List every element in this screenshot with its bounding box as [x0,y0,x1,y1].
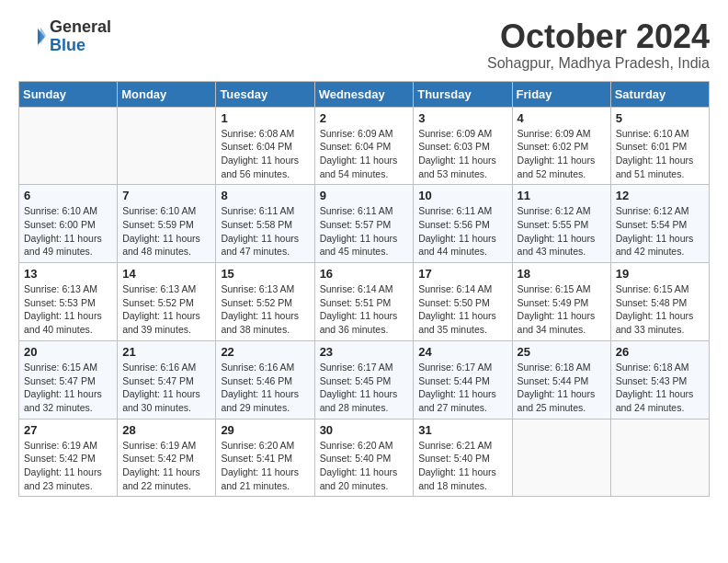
day-info: Sunrise: 6:17 AM Sunset: 5:45 PM Dayligh… [320,361,409,415]
day-info: Sunrise: 6:21 AM Sunset: 5:40 PM Dayligh… [418,439,506,493]
title-block: October 2024 Sohagpur, Madhya Pradesh, I… [487,18,710,72]
day-info: Sunrise: 6:16 AM Sunset: 5:46 PM Dayligh… [221,361,309,415]
day-info: Sunrise: 6:18 AM Sunset: 5:44 PM Dayligh… [518,361,606,415]
day-info: Sunrise: 6:15 AM Sunset: 5:48 PM Dayligh… [616,282,704,337]
day-number: 8 [221,189,309,202]
day-number: 14 [122,267,210,281]
calendar-cell: 10Sunrise: 6:11 AM Sunset: 5:56 PM Dayli… [414,185,512,263]
day-info: Sunrise: 6:13 AM Sunset: 5:52 PM Dayligh… [122,282,210,337]
calendar-table: SundayMondayTuesdayWednesdayThursdayFrid… [18,81,710,498]
location-title: Sohagpur, Madhya Pradesh, India [487,55,710,72]
day-info: Sunrise: 6:17 AM Sunset: 5:44 PM Dayligh… [418,361,506,415]
weekday-header-monday: Monday [118,81,216,107]
calendar-cell: 9Sunrise: 6:11 AM Sunset: 5:57 PM Daylig… [314,185,414,263]
day-number: 7 [122,189,210,202]
day-number: 26 [616,345,704,359]
day-number: 25 [518,345,606,359]
logo-blue-text: Blue [50,37,111,55]
calendar-cell: 25Sunrise: 6:18 AM Sunset: 5:44 PM Dayli… [512,340,610,419]
svg-marker-1 [40,27,46,43]
day-number: 4 [518,111,606,125]
day-info: Sunrise: 6:11 AM Sunset: 5:57 PM Dayligh… [320,204,409,259]
calendar-cell: 22Sunrise: 6:16 AM Sunset: 5:46 PM Dayli… [216,340,314,419]
calendar-cell: 23Sunrise: 6:17 AM Sunset: 5:45 PM Dayli… [314,340,414,419]
calendar-cell: 28Sunrise: 6:19 AM Sunset: 5:42 PM Dayli… [118,419,216,497]
calendar-cell: 21Sunrise: 6:16 AM Sunset: 5:47 PM Dayli… [118,340,216,419]
day-info: Sunrise: 6:09 AM Sunset: 6:03 PM Dayligh… [418,127,506,181]
day-info: Sunrise: 6:18 AM Sunset: 5:43 PM Dayligh… [616,361,704,415]
day-number: 11 [518,189,606,202]
day-info: Sunrise: 6:14 AM Sunset: 5:51 PM Dayligh… [320,282,409,337]
page-header: General Blue October 2024 Sohagpur, Madh… [18,18,710,72]
weekday-header-sunday: Sunday [19,81,118,107]
calendar-cell [19,107,118,185]
calendar-cell: 15Sunrise: 6:13 AM Sunset: 5:52 PM Dayli… [216,263,314,341]
day-number: 1 [221,111,309,125]
day-info: Sunrise: 6:14 AM Sunset: 5:50 PM Dayligh… [418,282,506,337]
day-info: Sunrise: 6:11 AM Sunset: 5:58 PM Dayligh… [221,204,309,259]
day-number: 20 [24,345,112,359]
calendar-cell: 29Sunrise: 6:20 AM Sunset: 5:41 PM Dayli… [216,419,314,497]
day-info: Sunrise: 6:10 AM Sunset: 6:00 PM Dayligh… [24,204,112,259]
calendar-week-row: 6Sunrise: 6:10 AM Sunset: 6:00 PM Daylig… [19,185,710,263]
calendar-cell: 19Sunrise: 6:15 AM Sunset: 5:48 PM Dayli… [610,263,709,341]
weekday-header-thursday: Thursday [414,81,512,107]
calendar-cell: 27Sunrise: 6:19 AM Sunset: 5:42 PM Dayli… [19,419,118,497]
day-info: Sunrise: 6:13 AM Sunset: 5:52 PM Dayligh… [221,282,309,337]
day-number: 27 [24,423,112,437]
weekday-header-friday: Friday [512,81,610,107]
calendar-cell [512,419,610,497]
day-number: 5 [616,111,704,125]
calendar-cell: 14Sunrise: 6:13 AM Sunset: 5:52 PM Dayli… [118,263,216,341]
day-number: 3 [418,111,506,125]
calendar-cell: 4Sunrise: 6:09 AM Sunset: 6:02 PM Daylig… [512,107,610,185]
calendar-cell: 17Sunrise: 6:14 AM Sunset: 5:50 PM Dayli… [414,263,512,341]
calendar-cell: 20Sunrise: 6:15 AM Sunset: 5:47 PM Dayli… [19,340,118,419]
calendar-cell: 24Sunrise: 6:17 AM Sunset: 5:44 PM Dayli… [414,340,512,419]
day-info: Sunrise: 6:10 AM Sunset: 5:59 PM Dayligh… [122,204,210,259]
day-info: Sunrise: 6:09 AM Sunset: 6:04 PM Dayligh… [320,127,409,181]
calendar-cell: 7Sunrise: 6:10 AM Sunset: 5:59 PM Daylig… [118,185,216,263]
logo-icon [18,23,46,51]
calendar-cell: 8Sunrise: 6:11 AM Sunset: 5:58 PM Daylig… [216,185,314,263]
day-info: Sunrise: 6:08 AM Sunset: 6:04 PM Dayligh… [221,127,309,181]
day-number: 22 [221,345,309,359]
calendar-cell [610,419,709,497]
day-number: 10 [418,189,506,202]
calendar-week-row: 1Sunrise: 6:08 AM Sunset: 6:04 PM Daylig… [19,107,710,185]
day-number: 19 [616,267,704,281]
day-number: 6 [24,189,112,202]
calendar-cell [118,107,216,185]
logo-general-text: General [50,18,111,37]
calendar-cell: 26Sunrise: 6:18 AM Sunset: 5:43 PM Dayli… [610,340,709,419]
day-number: 30 [320,423,409,437]
logo: General Blue [18,18,111,55]
weekday-header-tuesday: Tuesday [216,81,314,107]
day-number: 23 [320,345,409,359]
day-info: Sunrise: 6:20 AM Sunset: 5:41 PM Dayligh… [221,439,309,493]
weekday-header-saturday: Saturday [610,81,709,107]
day-number: 16 [320,267,409,281]
day-info: Sunrise: 6:10 AM Sunset: 6:01 PM Dayligh… [616,127,704,181]
month-title: October 2024 [487,18,710,55]
day-info: Sunrise: 6:19 AM Sunset: 5:42 PM Dayligh… [24,439,112,493]
calendar-cell: 18Sunrise: 6:15 AM Sunset: 5:49 PM Dayli… [512,263,610,341]
day-number: 2 [320,111,409,125]
day-number: 9 [320,189,409,202]
calendar-cell: 2Sunrise: 6:09 AM Sunset: 6:04 PM Daylig… [314,107,414,185]
calendar-cell: 30Sunrise: 6:20 AM Sunset: 5:40 PM Dayli… [314,419,414,497]
day-info: Sunrise: 6:15 AM Sunset: 5:49 PM Dayligh… [518,282,606,337]
calendar-week-row: 13Sunrise: 6:13 AM Sunset: 5:53 PM Dayli… [19,263,710,341]
calendar-week-row: 27Sunrise: 6:19 AM Sunset: 5:42 PM Dayli… [19,419,710,497]
day-number: 15 [221,267,309,281]
calendar-cell: 12Sunrise: 6:12 AM Sunset: 5:54 PM Dayli… [610,185,709,263]
calendar-cell: 16Sunrise: 6:14 AM Sunset: 5:51 PM Dayli… [314,263,414,341]
calendar-cell: 31Sunrise: 6:21 AM Sunset: 5:40 PM Dayli… [414,419,512,497]
calendar-cell: 6Sunrise: 6:10 AM Sunset: 6:00 PM Daylig… [19,185,118,263]
day-number: 24 [418,345,506,359]
day-number: 12 [616,189,704,202]
day-number: 17 [418,267,506,281]
weekday-header-row: SundayMondayTuesdayWednesdayThursdayFrid… [19,81,710,107]
calendar-cell: 13Sunrise: 6:13 AM Sunset: 5:53 PM Dayli… [19,263,118,341]
day-number: 13 [24,267,112,281]
